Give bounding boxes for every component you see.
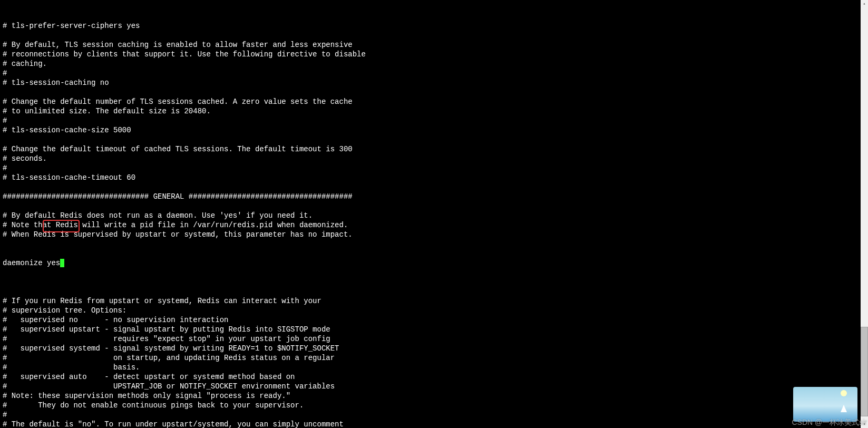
- terminal-line: #: [3, 116, 865, 125]
- terminal-line: # supervised auto - detect upstart or sy…: [3, 372, 865, 382]
- terminal-line: # If you run Redis from upstart or syste…: [3, 296, 865, 306]
- terminal-line: # The default is "no". To run under upst…: [3, 420, 865, 428]
- vertical-scrollbar[interactable]: ▴ ▾: [861, 0, 868, 428]
- terminal-line: # By default, TLS session caching is ena…: [3, 40, 865, 50]
- terminal-line: [3, 287, 865, 296]
- terminal-line: # They do not enable continuous pings ba…: [3, 401, 865, 410]
- text-cursor: [60, 259, 64, 267]
- terminal-line: # UPSTART_JOB or NOTIFY_SOCKET environme…: [3, 382, 865, 391]
- terminal-line: # When Redis is supervised by upstart or…: [3, 230, 865, 239]
- terminal-line: #: [3, 410, 865, 420]
- daemonize-line: daemonize yes: [3, 258, 865, 268]
- terminal-line: # tls-session-cache-size 5000: [3, 125, 865, 135]
- sailboat-icon: [841, 405, 847, 412]
- terminal-line: # supervision tree. Options:: [3, 306, 865, 315]
- terminal-line: # Note that Redis will write a pid file …: [3, 220, 865, 230]
- terminal-line: [3, 182, 865, 192]
- terminal-line: [3, 135, 865, 144]
- sun-icon: [841, 390, 847, 396]
- terminal-line: # Change the default timeout of cached T…: [3, 144, 865, 154]
- terminal-line: #: [3, 69, 865, 78]
- terminal-line: # seconds.: [3, 154, 865, 163]
- terminal-line: # caching.: [3, 59, 865, 69]
- terminal-line: # supervised upstart - signal upstart by…: [3, 325, 865, 334]
- scrollbar-arrow-up[interactable]: ▴: [861, 0, 868, 7]
- terminal-line: # requires "expect stop" in your upstart…: [3, 334, 865, 344]
- terminal-line: [3, 201, 865, 211]
- terminal-line: # Note: these supervision methods only s…: [3, 391, 865, 401]
- terminal-line: # tls-session-cache-timeout 60: [3, 173, 865, 182]
- terminal-line: [3, 87, 865, 97]
- terminal-line: # tls-session-caching no: [3, 78, 865, 87]
- terminal-line: # basis.: [3, 363, 865, 372]
- terminal-line: # Change the default number of TLS sessi…: [3, 97, 865, 106]
- terminal-line: [3, 31, 865, 40]
- terminal-line: # to unlimited size. The default size is…: [3, 106, 865, 116]
- terminal-editor[interactable]: # tls-prefer-server-ciphers yes# By defa…: [0, 0, 868, 428]
- terminal-line: #: [3, 163, 865, 173]
- terminal-line: # supervised systemd - signal systemd by…: [3, 344, 865, 353]
- terminal-line: # reconnections by clients that support …: [3, 50, 865, 59]
- terminal-line: ################################# GENERA…: [3, 192, 865, 201]
- assistant-floater[interactable]: [793, 387, 857, 422]
- scrollbar-thumb[interactable]: [861, 327, 868, 416]
- terminal-line: # By default Redis does not run as a dae…: [3, 211, 865, 220]
- daemonize-value: yes: [47, 259, 60, 267]
- terminal-line: # supervised no - no supervision interac…: [3, 315, 865, 325]
- daemonize-prefix: daemonize: [3, 259, 47, 267]
- terminal-line: # tls-prefer-server-ciphers yes: [3, 21, 865, 31]
- terminal-line: # on startup, and updating Redis status …: [3, 353, 865, 363]
- watermark-text: CSDN @一杯冰美式sir: [792, 417, 867, 427]
